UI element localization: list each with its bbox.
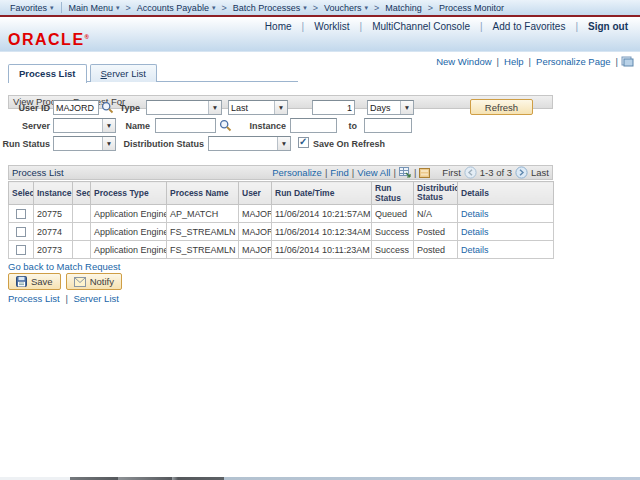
breadcrumb-process-monitor[interactable]: Process Monitor <box>435 3 508 13</box>
chevron-down-icon: ▼ <box>277 137 290 150</box>
table-row: 20775 Application Engine AP_MATCH MAJORD… <box>9 205 554 223</box>
column-header-run-datetime: Run Date/Time <box>272 182 372 205</box>
breadcrumb-label: Vouchers <box>324 3 362 13</box>
save-button[interactable]: Save <box>8 273 61 290</box>
server-select[interactable]: ▼ <box>53 118 116 133</box>
tab-process-list[interactable]: Process List <box>8 64 87 83</box>
refresh-button[interactable]: Refresh <box>470 99 533 115</box>
sign-out-link[interactable]: Sign out <box>586 21 630 32</box>
save-on-refresh-checkbox[interactable] <box>298 137 309 148</box>
cell-distribution-status: N/A <box>414 205 458 223</box>
run-status-select[interactable]: ▼ <box>53 136 116 151</box>
details-link[interactable]: Details <box>461 245 489 255</box>
breadcrumb-batch-processes[interactable]: Batch Processes ▾ <box>229 3 311 13</box>
banner-links: Home Worklist MultiChannel Console Add t… <box>263 21 630 32</box>
cell-process-name: AP_MATCH <box>167 205 239 223</box>
details-link[interactable]: Details <box>461 209 489 219</box>
breadcrumb-vouchers[interactable]: Vouchers ▾ <box>320 3 372 13</box>
chevron-down-icon: ▼ <box>208 101 221 114</box>
go-back-link[interactable]: Go back to Match Request <box>8 261 120 272</box>
breadcrumb-main-menu[interactable]: Main Menu ▾ <box>65 3 124 13</box>
period-unit-select[interactable]: Days ▼ <box>367 100 414 115</box>
column-header-distribution-status: Distribution Status <box>414 182 458 205</box>
notify-button-label: Notify <box>90 276 114 287</box>
type-label: Type <box>112 103 140 113</box>
row-select-checkbox[interactable] <box>16 227 26 237</box>
distribution-status-select[interactable]: ▼ <box>208 136 291 151</box>
breadcrumb-separator: > <box>219 3 228 13</box>
row-select-checkbox[interactable] <box>16 209 26 219</box>
table-header-row: Select Instance Seq. Process Type Proces… <box>9 182 554 205</box>
row-select-checkbox[interactable] <box>16 245 26 255</box>
new-window-link[interactable]: New Window <box>434 56 493 67</box>
last-page-label[interactable]: Last <box>531 167 549 178</box>
oracle-logo: ORACLE® <box>8 32 89 48</box>
name-input[interactable] <box>155 118 216 133</box>
next-page-button[interactable] <box>515 166 528 179</box>
details-link[interactable]: Details <box>461 227 489 237</box>
chevron-down-icon: ▾ <box>303 4 307 11</box>
breadcrumb-label: Main Menu <box>69 3 114 13</box>
breadcrumb-accounts-payable[interactable]: Accounts Payable ▾ <box>133 3 220 13</box>
cell-process-name: FS_STREAMLN <box>167 223 239 241</box>
breadcrumb-label: Favorites <box>10 3 47 13</box>
first-page-label[interactable]: First <box>442 167 460 178</box>
save-icon <box>16 276 27 287</box>
user-id-input[interactable] <box>53 100 99 115</box>
bottom-server-list-link[interactable]: Server List <box>74 293 119 304</box>
link-divider <box>411 167 419 178</box>
instance-from-input[interactable] <box>290 118 337 133</box>
breadcrumb-matching[interactable]: Matching <box>381 3 426 13</box>
cell-run-status: Success <box>372 223 414 241</box>
breadcrumb-favorites[interactable]: Favorites ▾ <box>6 3 58 13</box>
cell-instance: 20774 <box>34 223 73 241</box>
cell-user: MAJORD <box>239 241 272 259</box>
breadcrumb-label: Accounts Payable <box>137 3 209 13</box>
link-divider <box>352 21 371 32</box>
name-lookup-icon[interactable] <box>219 119 232 132</box>
chevron-down-icon: ▼ <box>400 101 413 114</box>
tab-bar: Process List Server List <box>8 64 157 83</box>
view-all-link[interactable]: View All <box>357 167 390 178</box>
breadcrumb: Favorites ▾ Main Menu ▾ > Accounts Payab… <box>0 0 640 17</box>
type-select[interactable]: ▼ <box>146 100 222 115</box>
breadcrumb-label: Batch Processes <box>233 3 301 13</box>
column-header-process-type: Process Type <box>91 182 167 205</box>
home-link[interactable]: Home <box>263 21 294 32</box>
to-label: to <box>341 121 357 131</box>
column-header-instance: Instance <box>34 182 73 205</box>
instance-to-input[interactable] <box>364 118 412 133</box>
chevron-down-icon: ▼ <box>102 137 115 150</box>
footer-buttons: Save Notify <box>8 273 122 290</box>
period-select[interactable]: Last ▼ <box>228 100 288 115</box>
column-header-seq: Seq. <box>73 182 91 205</box>
grid-header-bar: Process List Personalize Find View All F… <box>8 165 553 180</box>
cell-process-type: Application Engine <box>91 205 167 223</box>
download-to-excel-icon[interactable] <box>399 167 411 178</box>
previous-page-button[interactable] <box>464 166 477 179</box>
cell-instance: 20775 <box>34 205 73 223</box>
copy-url-icon[interactable] <box>621 56 634 67</box>
cell-seq <box>73 223 91 241</box>
find-link[interactable]: Find <box>330 167 348 178</box>
personalize-link[interactable]: Personalize <box>272 167 322 178</box>
column-header-run-status: Run Status <box>372 182 414 205</box>
help-link[interactable]: Help <box>502 56 526 67</box>
notify-button[interactable]: Notify <box>66 273 122 290</box>
bottom-page-links: Process List Server List <box>8 293 119 304</box>
grid-title: Process List <box>12 167 64 178</box>
period-number-input[interactable] <box>312 100 355 115</box>
banner: ORACLE® Home Worklist MultiChannel Conso… <box>0 17 640 52</box>
popup-grid-icon[interactable] <box>419 168 430 178</box>
chevron-down-icon: ▾ <box>212 4 216 11</box>
column-header-process-name: Process Name <box>167 182 239 205</box>
process-table: Select Instance Seq. Process Type Proces… <box>8 181 554 259</box>
tab-server-list[interactable]: Server List <box>90 64 157 82</box>
personalize-page-link[interactable]: Personalize Page <box>534 56 612 67</box>
link-divider <box>390 167 398 178</box>
add-to-favorites-link[interactable]: Add to Favorites <box>491 21 568 32</box>
period-unit-value: Days <box>368 103 393 113</box>
multichannel-console-link[interactable]: MultiChannel Console <box>370 21 472 32</box>
worklist-link[interactable]: Worklist <box>312 21 351 32</box>
bottom-process-list-link[interactable]: Process List <box>8 293 60 304</box>
